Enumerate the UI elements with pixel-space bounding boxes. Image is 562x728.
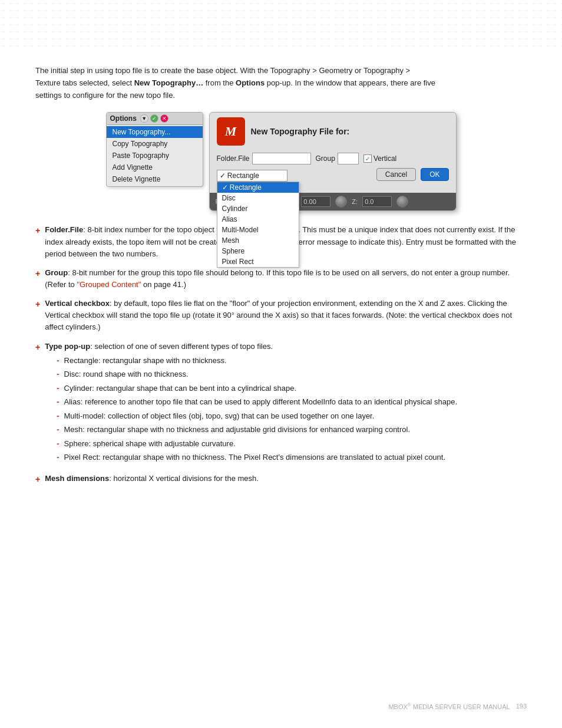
dropdown-item-multi-model[interactable]: Multi-Model <box>217 225 299 235</box>
sub-item-disc: - Disc: round shape with no thickness. <box>45 368 527 380</box>
folder-file-input[interactable] <box>252 153 311 164</box>
type-dropdown-menu: Rectangle Disc Cylinder Alias Multi-Mode… <box>217 182 299 268</box>
dropdown-item-pixel-rect[interactable]: Pixel Rect <box>217 256 299 267</box>
page-content: The initial step in using topo file is t… <box>0 0 562 528</box>
sub-item-cylinder: - Cylinder: rectangular shape that can b… <box>45 383 527 394</box>
topo-row-1: Folder.File Group ✓ Vertical <box>217 153 449 164</box>
menu-item-add-vignette[interactable]: Add Vignette <box>107 162 203 173</box>
topo-icon: M <box>217 117 245 146</box>
intro-text-5: settings to configure for the new topo f… <box>35 91 175 100</box>
bullet-text-mesh-dimensions: Mesh dimensions: horizontal X vertical d… <box>45 473 527 485</box>
z-input[interactable] <box>362 196 392 207</box>
sub-item-rectangle: - Rectangle: rectangular shape with no t… <box>45 355 527 367</box>
topo-dialog-title: New Topography File for: <box>251 127 350 136</box>
options-menu: Options ▼ ✓ ✕ New Topography... Copy Top… <box>106 112 203 187</box>
sub-item-pixel-rect: - Pixel Rect: rectangular shape with no … <box>45 452 527 463</box>
bullet-plus-4: + <box>35 341 40 354</box>
dropdown-item-rectangle[interactable]: Rectangle <box>217 182 299 193</box>
bullet-text-group: Group: 8-bit number for the group this t… <box>45 267 527 291</box>
dropdown-item-cylinder[interactable]: Cylinder <box>217 203 299 214</box>
options-menu-header: Options ▼ ✓ ✕ <box>107 113 203 125</box>
menu-item-new-topography[interactable]: New Topography... <box>107 126 203 138</box>
bullet-item-vertical: + Vertical checkbox: by default, topo fi… <box>35 298 527 333</box>
bullet-text-vertical: Vertical checkbox: by default, topo file… <box>45 298 527 333</box>
folder-file-label: Folder.File <box>217 154 250 163</box>
intro-paragraph: The initial step in using topo file is t… <box>35 65 527 101</box>
menu-item-paste-topography[interactable]: Paste Topography <box>107 150 203 162</box>
dropdown-item-alias[interactable]: Alias <box>217 214 299 225</box>
vertical-label: Vertical <box>373 154 396 163</box>
type-dropdown-value: ✓ Rectangle <box>220 172 259 180</box>
bullet-text-type-popup: Type pop-up: selection of one of seven d… <box>45 341 527 466</box>
ok-button[interactable]: OK <box>421 168 448 181</box>
group-field: Group <box>316 153 359 164</box>
group-input[interactable] <box>338 153 359 164</box>
topo-dialog-header: M New Topography File for: <box>210 113 456 150</box>
bullet-plus-1: + <box>35 225 40 238</box>
bullet-item-mesh-dimensions: + Mesh dimensions: horizontal X vertical… <box>35 473 527 486</box>
options-menu-items: New Topography... Copy Topography Paste … <box>107 125 203 186</box>
dropdown-item-mesh[interactable]: Mesh <box>217 235 299 246</box>
sub-item-sphere: - Sphere: spherical shape with adjustabl… <box>45 438 527 450</box>
topo-dialog-body: Folder.File Group ✓ Vertical <box>210 150 456 193</box>
options-close-btn[interactable]: ✕ <box>160 114 168 123</box>
group-label: Group <box>316 154 335 163</box>
bullet-plus-5: + <box>35 473 40 486</box>
cancel-button[interactable]: Cancel <box>376 168 416 181</box>
bullet-plus-3: + <box>35 298 40 311</box>
dropdown-item-disc[interactable]: Disc <box>217 193 299 203</box>
options-label: Options <box>110 114 137 123</box>
options-dropdown-btn[interactable]: ▼ <box>140 114 148 123</box>
bullet-plus-2: + <box>35 268 40 281</box>
screenshot-container: Options ▼ ✓ ✕ New Topography... Copy Top… <box>106 112 457 211</box>
menu-item-copy-topography[interactable]: Copy Topography <box>107 138 203 150</box>
menu-item-delete-vignette[interactable]: Delete Vignette <box>107 173 203 185</box>
bullet-item-group: + Group: 8-bit number for the group this… <box>35 267 527 291</box>
options-check-btn[interactable]: ✓ <box>150 114 158 123</box>
type-dropdown-container: ✓ Rectangle Rectangle Disc Cylinder Alia… <box>217 170 287 182</box>
dropdown-item-sphere[interactable]: Sphere <box>217 246 299 256</box>
intro-text-1: The initial step in using topo file is t… <box>35 66 410 75</box>
intro-text-2: Texture tabs selected, select New Topogr… <box>35 78 435 87</box>
footer-brand: MBOX® MEDIA SERVER USER MANUAL <box>388 702 510 710</box>
screenshot-area: Options ▼ ✓ ✕ New Topography... Copy Top… <box>35 112 527 211</box>
footer-page-number: 193 <box>516 703 527 710</box>
sub-item-mesh: - Mesh: rectangular shape with no thickn… <box>45 424 527 436</box>
z-label: Z: <box>352 198 358 205</box>
grouped-content-link[interactable]: "Grouped Content" <box>77 280 141 289</box>
y-knob[interactable] <box>335 196 347 207</box>
topo-row-2: ✓ Rectangle Rectangle Disc Cylinder Alia… <box>217 168 449 183</box>
folder-file-field: Folder.File <box>217 153 311 164</box>
vertical-checkbox[interactable]: ✓ <box>363 154 372 163</box>
vertical-checkbox-field: ✓ Vertical <box>363 154 396 163</box>
topo-dialog-buttons: Cancel OK <box>376 168 449 183</box>
z-knob[interactable] <box>396 196 408 207</box>
sub-item-multi-model: - Multi-model: collection of object file… <box>45 410 527 422</box>
sub-item-alias: - Alias: reference to another topo file … <box>45 396 527 408</box>
y-input[interactable] <box>301 196 330 207</box>
page-footer: MBOX® MEDIA SERVER USER MANUAL 193 <box>388 702 527 710</box>
type-dropdown-trigger[interactable]: ✓ Rectangle <box>217 170 287 182</box>
type-sub-list: - Rectangle: rectangular shape with no t… <box>45 355 527 463</box>
bullet-item-type-popup: + Type pop-up: selection of one of seven… <box>35 341 527 466</box>
topo-dialog: M New Topography File for: Folder.File G… <box>209 112 457 211</box>
